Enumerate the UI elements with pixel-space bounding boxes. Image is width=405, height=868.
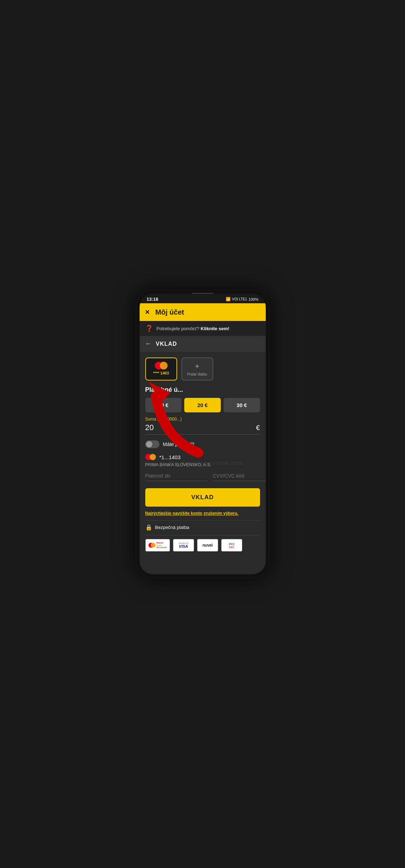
- help-text: Potrebujete pomôcť? Kliknite sem!: [157, 326, 230, 331]
- expiry-cvv-row: [145, 473, 260, 481]
- secure-badge-row: 🔒 Bezpečná platba: [145, 520, 260, 531]
- secure-text: Bezpečná platba: [155, 525, 190, 530]
- toggle-knob: [146, 441, 152, 447]
- add-card-button[interactable]: + Pridať ďalšiu: [181, 357, 213, 381]
- help-icon: ❓: [145, 325, 153, 332]
- verified-visa-logo: Verified by VISA: [173, 539, 194, 552]
- add-plus-icon: +: [195, 362, 199, 371]
- content-area: © StavkoveKancelarie.com **** 1403 + Pri…: [140, 352, 266, 574]
- promo-row: Máte p... kód?: [145, 440, 260, 448]
- mastercard-secure-logo: MasterCard.SecureCode: [145, 539, 170, 552]
- promo-label: Máte p... kód?: [163, 441, 195, 447]
- help-link[interactable]: Kliknite sem!: [201, 326, 229, 331]
- close-button[interactable]: ×: [145, 308, 150, 317]
- payment-section-title: Platobné ú...: [145, 386, 260, 394]
- payment-logos: MasterCard.SecureCode Verified by VISA n…: [145, 535, 260, 552]
- mc-small-icon: [145, 454, 156, 460]
- card-detail-number: *1...1403: [159, 454, 181, 460]
- amount-input-row: €: [145, 423, 260, 435]
- vklad-nav-title: VKLAD: [156, 341, 177, 347]
- amount-button-10[interactable]: 10 €: [145, 398, 182, 412]
- status-icons: 📶 VOl LTE1 100%: [226, 297, 259, 301]
- nuvei-text: nuvei: [202, 543, 213, 548]
- amount-input[interactable]: [145, 423, 256, 432]
- card-item-selected[interactable]: **** 1403: [145, 357, 177, 381]
- euro-sign: €: [256, 424, 260, 432]
- promo-message: Najrýchlejšie navýšite konto zrušením vý…: [145, 511, 260, 516]
- card-selection-row: **** 1403 + Pridať ďalšiu: [145, 357, 260, 381]
- header-title: Môj účet: [155, 308, 184, 316]
- amount-button-30[interactable]: 30 €: [224, 398, 260, 412]
- nuvei-logo: nuvei: [197, 539, 218, 552]
- promo-link[interactable]: zrušením výberu.: [203, 511, 238, 516]
- pci-dss-logo: PCI DSS: [221, 539, 242, 552]
- amount-button-20[interactable]: 20 €: [184, 398, 221, 412]
- bank-name: PRIMA BANKA SLOVENSKO, A.S.: [145, 462, 260, 467]
- mc-right-circle: [160, 362, 168, 370]
- signal-icon: VOl LTE1: [232, 297, 247, 301]
- vklad-submit-button[interactable]: VKLAD: [145, 488, 260, 507]
- lock-icon: 🔒: [145, 524, 152, 531]
- suma-label: Suma (1-100000...): [145, 417, 260, 422]
- mc-small-right: [150, 454, 156, 460]
- vklad-nav: ← VKLAD: [140, 336, 266, 352]
- card-number-label: **** 1403: [153, 371, 169, 375]
- add-card-label: Pridať ďalšiu: [187, 372, 207, 376]
- help-bar: ❓ Potrebujete pomôcť? Kliknite sem!: [140, 321, 266, 336]
- promo-toggle[interactable]: [145, 440, 159, 448]
- cvv-input[interactable]: [213, 473, 266, 481]
- selected-card-detail: *1...1403: [145, 454, 260, 460]
- amount-buttons: 10 € 20 € 30 €: [145, 398, 260, 412]
- back-button[interactable]: ←: [145, 340, 152, 348]
- status-bar: 13:16 📶 VOl LTE1 100%: [140, 294, 266, 303]
- status-time: 13:16: [147, 297, 158, 302]
- mastercard-icon: [155, 362, 168, 370]
- wifi-icon: 📶: [226, 297, 231, 301]
- expiry-input[interactable]: [145, 473, 207, 481]
- header-bar: × Môj účet: [140, 303, 266, 321]
- battery-icon: 100%: [248, 297, 258, 301]
